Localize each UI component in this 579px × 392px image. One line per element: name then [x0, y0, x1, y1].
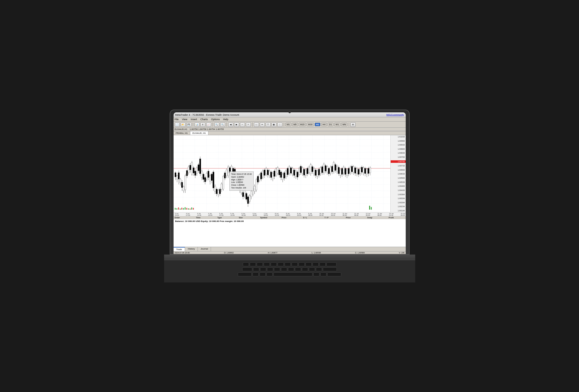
price-level-15: 1.60284	[391, 202, 406, 204]
key	[320, 272, 326, 276]
svg-rect-233	[341, 168, 343, 174]
svg-rect-35	[178, 173, 179, 179]
svg-rect-65	[203, 174, 204, 180]
text-tool[interactable]: T	[266, 122, 271, 127]
terminal-tabs: Trade History Journal	[174, 247, 406, 251]
menu-options[interactable]: Options	[211, 118, 220, 121]
menu-insert[interactable]: Insert	[191, 118, 197, 121]
line-tool[interactable]: —	[254, 122, 259, 127]
svg-rect-43	[184, 176, 186, 190]
price-level-13: 1.60384	[391, 193, 406, 195]
zoom-out-btn[interactable]: 🔍	[220, 122, 225, 127]
shapes-tool[interactable]: ▦	[272, 122, 277, 127]
save-btn[interactable]: 💾	[186, 122, 191, 127]
price-level-3: 1.60883	[391, 148, 406, 150]
svg-rect-149	[272, 173, 273, 179]
chart-tab-euxaud[interactable]: EUXAUD, H1	[190, 131, 208, 135]
tab-journal[interactable]: Journal	[198, 247, 211, 251]
svg-rect-197	[311, 167, 313, 172]
open-btn[interactable]: 📂	[181, 122, 186, 127]
chart-line-btn[interactable]: 📈	[206, 122, 211, 127]
crosshair-btn[interactable]: +	[246, 122, 251, 127]
svg-rect-151	[273, 171, 275, 176]
scroll-right-btn[interactable]: ▶	[234, 122, 239, 127]
tab-history[interactable]: History	[185, 247, 198, 251]
scroll-left-btn[interactable]: ◀	[228, 122, 233, 127]
key	[253, 267, 259, 271]
menu-file[interactable]: File	[175, 118, 179, 121]
tooltip-open: Open: 1.60662	[231, 176, 252, 178]
price-level-16: 1.60234	[391, 205, 406, 207]
svg-rect-119	[247, 197, 249, 204]
tf-m1[interactable]: M1	[285, 123, 291, 126]
svg-rect-270	[178, 207, 179, 210]
col-time: Time	[196, 217, 212, 219]
tf-mn[interactable]: MN	[341, 123, 347, 126]
template-btn[interactable]: ⊞	[350, 122, 355, 127]
price-level-8: 1.60633	[391, 173, 406, 175]
svg-rect-169	[289, 167, 290, 173]
candlestick-area[interactable]: Time: 2024.07.05 15:00 Open: 1.60662 Hig…	[174, 135, 390, 212]
svg-rect-147	[270, 172, 272, 178]
fib-tool[interactable]: ⋮	[277, 122, 282, 127]
terminal-columns-header: Order Time Type Size Symbol Price S / L …	[174, 216, 406, 219]
menu-help[interactable]: Help	[223, 118, 228, 121]
price-level-2: 1.60933	[391, 144, 406, 146]
menu-view[interactable]: View	[182, 118, 187, 121]
chart-candle-btn[interactable]: 🕯	[200, 122, 205, 127]
tab-trade[interactable]: Trade	[174, 247, 185, 251]
chart-bar-btn[interactable]: 📊	[194, 122, 200, 127]
tf-m30[interactable]: M30	[307, 123, 314, 126]
key	[257, 262, 263, 266]
svg-rect-39	[181, 182, 182, 188]
svg-rect-263	[366, 169, 367, 174]
key	[242, 267, 252, 271]
laptop-base	[164, 255, 415, 282]
key	[260, 272, 266, 276]
sep3	[227, 122, 227, 127]
time-label-12: 9 Jul 08:00	[308, 213, 313, 216]
svg-rect-211	[323, 164, 325, 173]
svg-rect-221	[331, 166, 333, 172]
tf-m5[interactable]: M5	[292, 123, 298, 126]
menu-charts[interactable]: Charts	[200, 118, 208, 121]
tf-d1[interactable]: D1	[328, 123, 333, 126]
chart-tab-fr40m[interactable]: FR/40m, H1	[174, 131, 190, 135]
svg-rect-69	[206, 173, 207, 179]
svg-rect-145	[269, 171, 270, 176]
svg-rect-247	[353, 167, 354, 172]
svg-rect-159	[280, 172, 282, 178]
svg-rect-175	[293, 170, 295, 175]
tf-w1[interactable]: W1	[334, 123, 340, 126]
auto-scroll-btn[interactable]: ↔	[240, 122, 245, 127]
time-label-5: 5 Jul 15:00	[230, 213, 235, 216]
time-label-10: 8 Jul 08:00	[286, 213, 290, 216]
balance-row: Balance: 10 000.00 USD Equity: 10 000.00…	[174, 219, 406, 223]
candlestick-svg	[174, 135, 390, 212]
zoom-in-btn[interactable]: 🔍	[214, 122, 219, 127]
tf-h4[interactable]: H4	[321, 123, 327, 126]
tf-h1[interactable]: H1	[315, 123, 320, 126]
time-label-2: 4 Jul 11:00	[197, 213, 201, 216]
key	[306, 262, 312, 266]
svg-rect-255	[359, 168, 361, 173]
tf-m15[interactable]: M15	[299, 123, 306, 126]
new-chart-btn[interactable]: 📄	[175, 122, 180, 127]
key	[323, 267, 337, 271]
svg-rect-239	[346, 170, 348, 175]
pencil-tool[interactable]: ✏	[260, 122, 265, 127]
svg-rect-253	[358, 169, 359, 174]
svg-rect-131	[257, 176, 258, 182]
svg-rect-265	[367, 168, 369, 173]
key	[313, 272, 319, 276]
svg-rect-85	[219, 189, 220, 194]
key	[266, 272, 273, 276]
key	[243, 262, 249, 266]
key	[288, 267, 294, 271]
price-level-12: 1.60433	[391, 189, 406, 191]
svg-rect-55	[194, 171, 196, 175]
mql-link[interactable]: MQL5.community	[386, 113, 404, 116]
svg-rect-213	[325, 166, 326, 171]
svg-rect-93	[226, 170, 227, 176]
key	[316, 267, 322, 271]
